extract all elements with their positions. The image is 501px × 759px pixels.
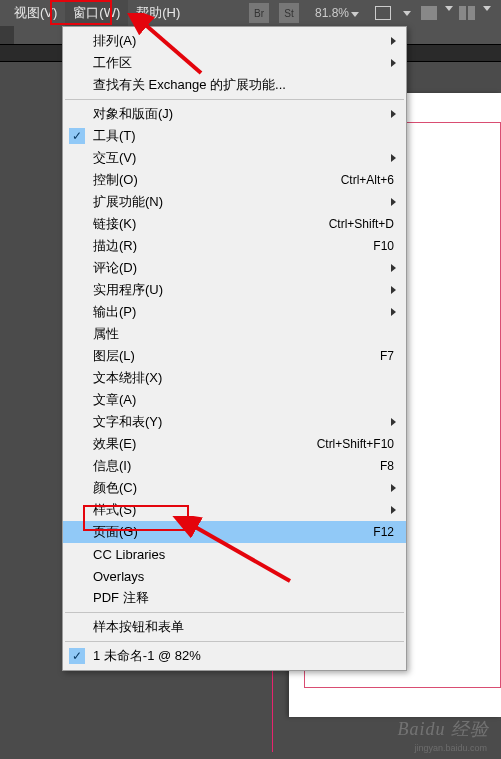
menu-item[interactable]: 文本绕排(X)	[63, 367, 406, 389]
left-toolbox-stub	[0, 26, 14, 44]
menu-item-label: 描边(R)	[93, 237, 353, 255]
submenu-arrow-icon	[391, 264, 396, 272]
stock-icon[interactable]: St	[279, 3, 299, 23]
menu-item-label: CC Libraries	[93, 547, 394, 562]
menu-window[interactable]: 窗口(W)	[65, 0, 128, 26]
check-icon: ✓	[69, 648, 85, 664]
menu-shortcut: Ctrl+Shift+D	[329, 217, 394, 231]
menu-shortcut: Ctrl+Alt+6	[341, 173, 394, 187]
menu-item[interactable]: 图层(L)F7	[63, 345, 406, 367]
menu-item-label: 交互(V)	[93, 149, 394, 167]
menu-item-label: 图层(L)	[93, 347, 360, 365]
menu-item[interactable]: 文字和表(Y)	[63, 411, 406, 433]
toolbar-right: Br St 81.8%	[249, 0, 491, 26]
submenu-arrow-icon	[391, 506, 396, 514]
window-menu-dropdown: 排列(A)工作区查找有关 Exchange 的扩展功能...对象和版面(J)✓工…	[62, 26, 407, 671]
watermark-sub: jingyan.baidu.com	[414, 743, 487, 753]
arrange-icon[interactable]	[459, 6, 475, 20]
submenu-arrow-icon	[391, 198, 396, 206]
menu-item-label: 属性	[93, 325, 394, 343]
watermark: Baidu 经验	[398, 717, 490, 741]
menu-help[interactable]: 帮助(H)	[128, 0, 188, 26]
menu-item[interactable]: 评论(D)	[63, 257, 406, 279]
chevron-down-icon	[403, 11, 411, 16]
menu-item[interactable]: 颜色(C)	[63, 477, 406, 499]
menu-item-label: 效果(E)	[93, 435, 297, 453]
menu-item-label: 输出(P)	[93, 303, 394, 321]
menu-shortcut: F12	[373, 525, 394, 539]
check-icon: ✓	[69, 128, 85, 144]
menu-item[interactable]: 信息(I)F8	[63, 455, 406, 477]
chevron-down-icon	[445, 6, 453, 11]
screen-mode-icon[interactable]	[421, 6, 437, 20]
bridge-icon[interactable]: Br	[249, 3, 269, 23]
menu-item-label: 文字和表(Y)	[93, 413, 394, 431]
menu-item[interactable]: 效果(E)Ctrl+Shift+F10	[63, 433, 406, 455]
menu-item-label: 文章(A)	[93, 391, 394, 409]
menu-item-label: Overlays	[93, 569, 394, 584]
menu-item-label: 实用程序(U)	[93, 281, 394, 299]
menu-shortcut: F8	[380, 459, 394, 473]
menu-item[interactable]: 排列(A)	[63, 30, 406, 52]
menu-item[interactable]: 文章(A)	[63, 389, 406, 411]
menu-item[interactable]: PDF 注释	[63, 587, 406, 609]
menu-shortcut: F7	[380, 349, 394, 363]
menu-item[interactable]: 查找有关 Exchange 的扩展功能...	[63, 74, 406, 96]
menu-item-label: 控制(O)	[93, 171, 321, 189]
menu-item-label: 文本绕排(X)	[93, 369, 394, 387]
menu-item[interactable]: 控制(O)Ctrl+Alt+6	[63, 169, 406, 191]
submenu-arrow-icon	[391, 110, 396, 118]
submenu-arrow-icon	[391, 37, 396, 45]
menu-item-label: 链接(K)	[93, 215, 309, 233]
menu-item-label: PDF 注释	[93, 589, 394, 607]
menu-item[interactable]: 实用程序(U)	[63, 279, 406, 301]
menu-item[interactable]: 属性	[63, 323, 406, 345]
submenu-arrow-icon	[391, 59, 396, 67]
menu-item[interactable]: Overlays	[63, 565, 406, 587]
menu-item[interactable]: 扩展功能(N)	[63, 191, 406, 213]
menu-item[interactable]: 链接(K)Ctrl+Shift+D	[63, 213, 406, 235]
menu-item-label: 扩展功能(N)	[93, 193, 394, 211]
submenu-arrow-icon	[391, 286, 396, 294]
submenu-arrow-icon	[391, 308, 396, 316]
menu-separator	[65, 641, 404, 642]
menu-item-label: 页面(G)	[93, 523, 353, 541]
menu-item-label: 信息(I)	[93, 457, 360, 475]
chevron-down-icon	[351, 12, 359, 17]
menu-item-label: 样式(S)	[93, 501, 394, 519]
menu-item-label: 颜色(C)	[93, 479, 394, 497]
submenu-arrow-icon	[391, 154, 396, 162]
menu-item-label: 对象和版面(J)	[93, 105, 394, 123]
menu-item[interactable]: 样本按钮和表单	[63, 616, 406, 638]
submenu-arrow-icon	[391, 418, 396, 426]
menu-item[interactable]: 输出(P)	[63, 301, 406, 323]
submenu-arrow-icon	[391, 484, 396, 492]
menu-separator	[65, 612, 404, 613]
menu-item[interactable]: 页面(G)F12	[63, 521, 406, 543]
menu-item[interactable]: ✓1 未命名-1 @ 82%	[63, 645, 406, 667]
menu-shortcut: Ctrl+Shift+F10	[317, 437, 394, 451]
menu-item[interactable]: 对象和版面(J)	[63, 103, 406, 125]
menu-item-label: 排列(A)	[93, 32, 394, 50]
menu-item-label: 评论(D)	[93, 259, 394, 277]
menu-item[interactable]: 描边(R)F10	[63, 235, 406, 257]
view-options-icon[interactable]	[375, 6, 391, 20]
menu-item-label: 查找有关 Exchange 的扩展功能...	[93, 76, 394, 94]
menu-item[interactable]: CC Libraries	[63, 543, 406, 565]
menu-item[interactable]: ✓工具(T)	[63, 125, 406, 147]
menu-item-label: 工具(T)	[93, 127, 394, 145]
zoom-level[interactable]: 81.8%	[309, 4, 365, 22]
chevron-down-icon	[483, 6, 491, 11]
menu-item-label: 工作区	[93, 54, 394, 72]
menu-view[interactable]: 视图(V)	[6, 0, 65, 26]
menu-item[interactable]: 工作区	[63, 52, 406, 74]
menu-item[interactable]: 样式(S)	[63, 499, 406, 521]
menu-separator	[65, 99, 404, 100]
menubar: 视图(V) 窗口(W) 帮助(H) Br St 81.8%	[0, 0, 501, 26]
menu-item-label: 样本按钮和表单	[93, 618, 394, 636]
menu-item[interactable]: 交互(V)	[63, 147, 406, 169]
menu-item-label: 1 未命名-1 @ 82%	[93, 647, 394, 665]
menu-shortcut: F10	[373, 239, 394, 253]
